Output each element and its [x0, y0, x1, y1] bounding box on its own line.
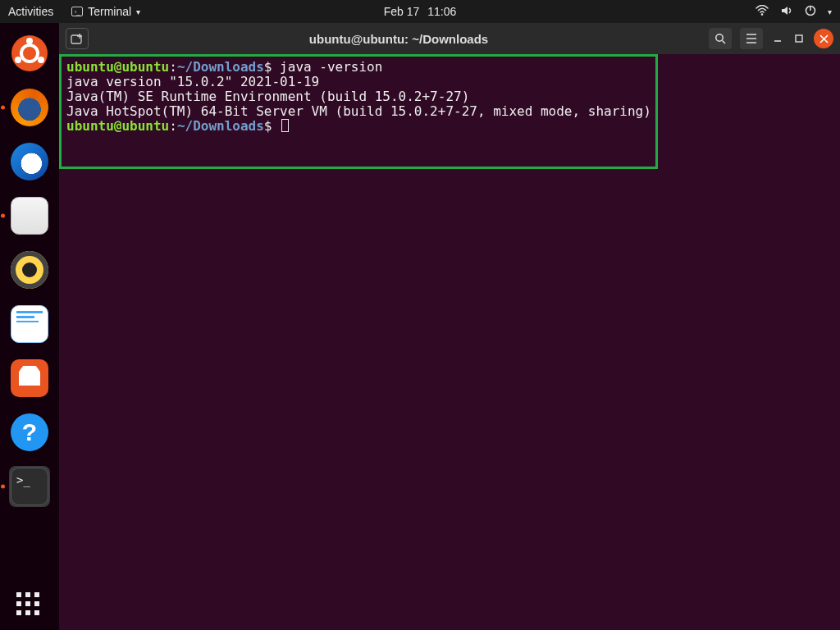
terminal-window: ubuntu@ubuntu: ~/Downloads ubun: [59, 23, 840, 630]
clock-time: 11:06: [427, 5, 456, 18]
prompt-user: ubuntu@ubuntu: [66, 118, 169, 134]
dock-item-thunderbird[interactable]: [9, 141, 50, 182]
apps-grid-icon: [16, 592, 43, 619]
new-tab-button[interactable]: [66, 28, 89, 49]
show-applications-button[interactable]: [0, 592, 59, 619]
svg-point-9: [716, 34, 723, 41]
window-title: ubuntu@ubuntu: ~/Downloads: [89, 32, 709, 46]
terminal-icon: >_: [11, 468, 48, 505]
svg-rect-12: [796, 35, 802, 42]
chevron-down-icon: ▾: [136, 7, 140, 16]
dock-item-help[interactable]: ?: [9, 412, 50, 453]
gnome-top-panel: Activities ›_ Terminal ▾ Feb 17 11:06 ▾: [0, 0, 840, 23]
prompt-sep: :: [169, 59, 177, 75]
svg-point-7: [38, 57, 44, 63]
dock-item-files[interactable]: [9, 195, 50, 236]
prompt-sep: :: [169, 118, 177, 134]
hamburger-menu-button[interactable]: [740, 28, 763, 49]
svg-line-10: [723, 41, 726, 44]
terminal-icon: ›_: [71, 7, 83, 16]
new-tab-icon: [71, 33, 84, 44]
desktop: ? >_ ubuntu@ubuntu: ~/Downloads: [0, 23, 840, 630]
wifi-icon: [756, 5, 769, 19]
dock: ? >_: [0, 23, 59, 630]
power-icon: [805, 5, 816, 19]
thunderbird-icon: [11, 143, 48, 180]
terminal-output-line: java version "15.0.2" 2021-01-19: [66, 74, 319, 89]
firefox-icon: [11, 89, 48, 126]
maximize-icon: [794, 34, 804, 43]
running-indicator-icon: [1, 214, 5, 218]
svg-point-6: [15, 57, 21, 63]
app-menu[interactable]: ›_ Terminal ▾: [71, 5, 140, 18]
close-button[interactable]: [814, 29, 833, 48]
app-menu-label: Terminal: [88, 5, 131, 18]
prompt-symbol: $: [264, 118, 280, 134]
files-icon: [11, 197, 48, 235]
maximize-button[interactable]: [792, 32, 806, 45]
svg-point-5: [26, 38, 33, 44]
highlight-box: ubuntu@ubuntu:~/Downloads$ java -version…: [59, 54, 658, 169]
minimize-button[interactable]: [771, 32, 784, 45]
svg-point-0: [761, 13, 764, 16]
window-titlebar[interactable]: ubuntu@ubuntu: ~/Downloads: [59, 23, 840, 54]
dock-item-libreoffice-writer[interactable]: [9, 304, 50, 345]
dock-item-ubuntu-software[interactable]: [9, 358, 50, 399]
rhythmbox-icon: [11, 251, 48, 289]
terminal-viewport[interactable]: ubuntu@ubuntu:~/Downloads$ java -version…: [59, 54, 840, 630]
chevron-down-icon: ▾: [828, 7, 832, 16]
activities-button[interactable]: Activities: [8, 5, 53, 18]
close-icon: [819, 34, 829, 43]
minimize-icon: [773, 34, 783, 43]
hamburger-icon: [746, 34, 757, 43]
dock-item-terminal[interactable]: >_: [9, 466, 50, 507]
clock-date: Feb 17: [384, 5, 420, 18]
running-indicator-icon: [1, 106, 5, 110]
ubuntu-software-icon: [11, 359, 48, 397]
prompt-path: ~/Downloads: [177, 59, 264, 75]
prompt-user: ubuntu@ubuntu: [66, 59, 169, 75]
text-cursor: [281, 119, 289, 132]
volume-icon: [780, 5, 793, 19]
system-status-area[interactable]: ▾: [756, 5, 832, 19]
ubuntu-logo-icon: [11, 34, 48, 72]
dock-item-firefox[interactable]: [9, 87, 50, 128]
prompt-path: ~/Downloads: [177, 118, 264, 134]
terminal-output-line: Java HotSpot(TM) 64-Bit Server VM (build…: [66, 103, 651, 119]
prompt-symbol: $: [264, 59, 280, 75]
dock-item-rhythmbox[interactable]: [9, 249, 50, 290]
clock[interactable]: Feb 17 11:06: [384, 5, 457, 18]
help-icon: ?: [11, 413, 48, 451]
terminal-command: java -version: [280, 59, 382, 75]
dock-item-ubuntu-logo[interactable]: [9, 33, 50, 74]
libreoffice-writer-icon: [11, 305, 48, 343]
search-button[interactable]: [709, 28, 732, 49]
search-icon: [714, 33, 726, 44]
running-indicator-icon: [1, 485, 5, 489]
terminal-output-line: Java(TM) SE Runtime Environment (build 1…: [66, 89, 469, 104]
